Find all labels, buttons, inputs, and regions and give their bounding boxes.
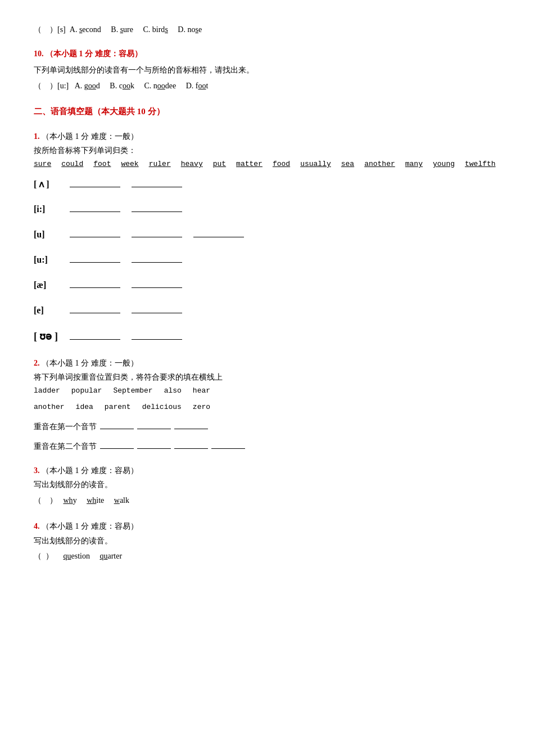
q2-words-row1: ladder popular September also hear [34,384,500,397]
blank-ii-1 [70,212,120,212]
word-also: also [164,384,182,397]
word-ruler: ruler [149,158,171,170]
q3-word-white: white [87,496,104,505]
stress-second-blank-2 [137,448,171,449]
q3-paren: （ ） [34,496,57,505]
blank-uu-2 [132,262,182,263]
q4-line: （ ） question quarter [34,548,500,565]
phonetic-symbol-uschwa: [ ʊə ] [34,327,62,345]
phonetic-row-caret: [ ʌ ] [34,177,500,193]
phonetic-rows: [ ʌ ] [i:] [u] [u:] [æ] [34,177,500,346]
phonetic-row-ii: [i:] [34,201,500,218]
blank-u-1 [70,237,120,237]
blank-e-1 [70,313,120,313]
stress-second-label: 重音在第二个音节 [34,439,97,453]
q10-optB: B. cook [110,82,134,90]
q10-optC: C. noodee [144,82,176,90]
q9-line: （ ）[s] A. second B. sure C. birds D. nos… [34,22,500,37]
blank-caret-2 [132,187,182,187]
q4-word-quarter: quarter [99,552,122,560]
q9-optA: A. second [70,25,101,34]
q10-optD: D. foot [186,82,209,90]
word-could: could [61,158,83,170]
stress-second-blank-1 [100,448,134,449]
q4-instruction: 写出划线部分的读音。 [34,534,500,548]
phonetic-row-e: [e] [34,303,500,319]
q3-line: （ ） why white walk [34,492,500,510]
phonetic-row-ae: [æ] [34,277,500,294]
word-food: food [273,158,290,170]
blank-u-2 [132,237,182,237]
phonetic-symbol-ii: [i:] [34,201,62,218]
word-usually: usually [300,158,331,170]
blank-ae-2 [132,287,182,288]
phonetic-row-uschwa: [ ʊə ] [34,327,500,345]
q9-optC: C. birds [143,25,168,34]
q10-options: （ ）[u:] A. good B. cook C. noodee D. foo… [34,79,500,93]
phonetic-row-uu: [u:] [34,252,500,268]
stress-first-blank-1 [100,429,134,429]
stress-first-blank-2 [137,429,171,429]
phonetic-row-u: [u] [34,227,500,243]
stress-first: 重音在第一个音节 [34,420,500,434]
word-heavy: heavy [181,158,203,170]
q10-instruction: 下列单词划线部分的读音有一个与所给的音标相符，请找出来。 [34,63,500,77]
section2-label: 二、语音填空题（本大题共 10 分） [34,104,500,119]
section-2-title: 二、语音填空题（本大题共 10 分） [34,104,500,119]
word-september: September [113,384,152,397]
word-week: week [121,158,138,170]
q2-words-row2: another idea parent delicious zero [34,400,500,413]
word-idea: idea [76,400,93,413]
q1-instruction: 按所给音标将下列单词归类： [34,143,500,158]
blank-ae-1 [70,287,120,288]
word-zero: zero [193,400,210,413]
question-4-fill: 4. （本小题 1 分 难度：容易） 写出划线部分的读音。 （ ） questi… [34,519,500,565]
stress-first-blank-3 [174,429,208,429]
q9-optD: D. nose [178,25,202,34]
q4-word-question: question [56,552,90,560]
q2-header: 2. （本小题 1 分 难度：一般） [34,356,500,370]
word-parent: parent [105,400,131,413]
q4-header: 4. （本小题 1 分 难度：容易） [34,519,500,533]
q3-word-walk: walk [114,496,129,505]
word-young: young [433,158,455,170]
q1-wordlist: sure could foot week ruler heavy put mat… [34,158,500,170]
blank-caret-1 [70,187,120,187]
q3-instruction: 写出划线部分的读音。 [34,478,500,492]
q10-optA: A. good [75,82,100,90]
q4-paren: （ ） [34,552,53,560]
stress-second: 重音在第二个音节 [34,439,500,453]
q1-header: 1. （本小题 1 分 难度：一般） [34,129,500,143]
phonetic-symbol-uu: [u:] [34,252,62,268]
word-delicious: delicious [142,400,182,413]
word-popular: popular [71,384,102,397]
word-matter: matter [236,158,263,170]
q9-paren: （ ）[s] [34,25,67,34]
blank-uschwa-2 [132,339,182,340]
phonetic-symbol-u: [u] [34,227,62,243]
word-ladder: ladder [34,384,60,397]
blank-u-3 [193,237,244,237]
q9-optB: B. sure [111,25,133,34]
stress-first-label: 重音在第一个音节 [34,420,97,434]
blank-uschwa-1 [70,339,120,340]
word-sea: sea [341,158,354,170]
question-9: （ ）[s] A. second B. sure C. birds D. nos… [34,22,500,37]
word-sure: sure [34,158,51,170]
q10-paren: （ ）[u:] [34,82,69,90]
blank-e-2 [132,313,182,313]
word-many: many [405,158,423,170]
phonetic-symbol-caret: [ ʌ ] [34,177,62,193]
word-put: put [213,158,226,170]
q10-header: 10. （本小题 1 分 难度：容易） [34,47,500,61]
stress-second-blank-3 [174,448,208,449]
q3-word-why: why [60,496,77,505]
word-foot: foot [93,158,111,170]
blank-uu-1 [70,262,120,263]
q3-header: 3. （本小题 1 分 难度：容易） [34,464,500,478]
word-another2: another [34,400,65,413]
phonetic-symbol-e: [e] [34,303,62,319]
stress-second-blank-4 [211,448,245,449]
question-10: 10. （本小题 1 分 难度：容易） 下列单词划线部分的读音有一个与所给的音标… [34,47,500,93]
question-2-fill: 2. （本小题 1 分 难度：一般） 将下列单词按重音位置归类，将符合要求的填在… [34,356,500,454]
